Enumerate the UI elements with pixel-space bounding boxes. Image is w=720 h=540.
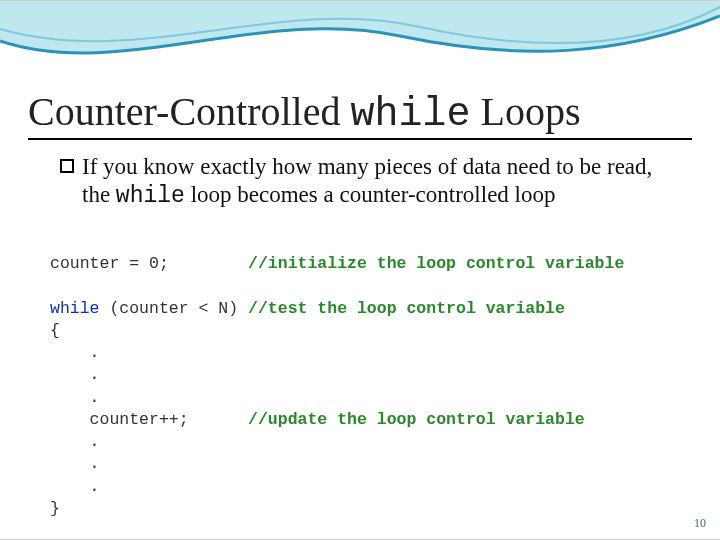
slide-body: If you know exactly how many pieces of d… (60, 153, 670, 210)
code-l1: counter = 0; (50, 254, 248, 273)
code-l1-comment: //initialize the loop control variable (248, 254, 624, 273)
title-text-mono: while (350, 92, 470, 137)
code-l5: . (50, 365, 100, 384)
code-l2-comment: //test the loop control variable (248, 299, 565, 318)
bullet-text: If you know exactly how many pieces of d… (82, 153, 670, 210)
bullet-item: If you know exactly how many pieces of d… (60, 153, 670, 210)
title-text-pre: Counter-Controlled (28, 89, 350, 134)
page-number: 10 (694, 516, 706, 531)
code-l6: . (50, 388, 100, 407)
code-l9: . (50, 454, 100, 473)
code-l8: . (50, 432, 100, 451)
code-l7: counter++; (50, 410, 248, 429)
slide-wave-decoration (0, 1, 720, 96)
code-l7-comment: //update the loop control variable (248, 410, 585, 429)
title-text-post: Loops (471, 89, 581, 134)
code-l11: } (50, 499, 60, 518)
code-l3: { (50, 321, 60, 340)
slide: Counter-Controlled while Loops If you kn… (0, 0, 720, 540)
body-text-post: loop becomes a counter-controlled loop (185, 182, 556, 207)
code-block: counter = 0; //initialize the loop contr… (50, 253, 670, 520)
code-l4: . (50, 343, 100, 362)
body-text-mono: while (116, 183, 185, 209)
bullet-square-icon (60, 159, 74, 173)
slide-title: Counter-Controlled while Loops (28, 91, 692, 140)
code-l2: (counter < N) (100, 299, 249, 318)
code-l2-kw: while (50, 299, 100, 318)
code-l10: . (50, 477, 100, 496)
